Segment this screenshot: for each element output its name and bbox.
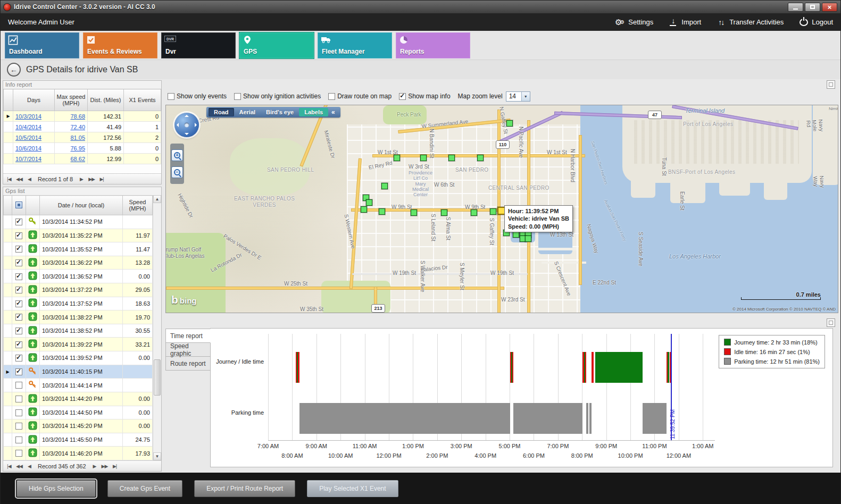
max-speed-link[interactable]: 81.05	[70, 135, 85, 141]
row-checkbox[interactable]	[15, 396, 22, 402]
row-checkbox[interactable]	[15, 219, 22, 225]
day-link[interactable]: 10/6/2014	[15, 145, 41, 152]
pager-next-button[interactable]: ▶	[91, 464, 98, 469]
collapse-chart-panel-button[interactable]	[827, 318, 835, 327]
gps-list-row[interactable]: 10/3/2014 11:37:52 PM18.63	[4, 297, 153, 310]
gps-marker-selected[interactable]	[497, 207, 505, 215]
scroll-down-button[interactable]: ▼	[153, 452, 161, 460]
tab-fleet-manager[interactable]: Fleet Manager	[318, 32, 392, 58]
map-zoom-level-select[interactable]: 14▼	[506, 91, 530, 102]
row-checkbox[interactable]	[15, 327, 22, 334]
gps-marker[interactable]	[448, 155, 455, 161]
report-tab-route-report[interactable]: Route report	[165, 356, 211, 371]
pager-next-button[interactable]: ▶▶	[88, 177, 95, 182]
gps-marker[interactable]	[520, 231, 526, 238]
gps-list-row[interactable]: 10/3/2014 11:39:22 PM33.21	[4, 338, 153, 351]
row-checkbox[interactable]	[15, 341, 22, 348]
day-link[interactable]: 10/4/2014	[15, 124, 41, 130]
max-speed-link[interactable]: 78.68	[70, 113, 85, 120]
navbar-collapse-icon[interactable]: «	[328, 108, 338, 116]
row-checkbox[interactable]	[15, 314, 22, 321]
scroll-up-button[interactable]: ▲	[153, 195, 161, 203]
row-checkbox[interactable]	[15, 450, 22, 457]
max-speed-link[interactable]: 72.40	[70, 124, 85, 130]
select-all-header[interactable]	[12, 196, 26, 215]
gps-marker[interactable]	[503, 230, 510, 236]
gps-marker[interactable]	[506, 120, 513, 127]
row-checkbox[interactable]	[15, 287, 22, 293]
gps-list-row[interactable]: 10/3/2014 11:46:20 PM17.93	[4, 447, 153, 460]
pager-prev-button[interactable]: ◀	[26, 464, 33, 469]
day-link[interactable]: 10/3/2014	[15, 113, 41, 120]
gps-marker[interactable]	[379, 208, 385, 215]
gps-list-row[interactable]: 10/3/2014 11:36:52 PM0.00	[4, 270, 153, 283]
map-view-tab-road[interactable]: Road	[209, 108, 234, 116]
gps-marker[interactable]	[381, 183, 388, 189]
action-import[interactable]: Import	[669, 18, 701, 26]
gps-marker[interactable]	[394, 155, 400, 161]
gps-marker[interactable]	[477, 155, 484, 161]
column-header[interactable]: Speed (MPH)	[123, 196, 153, 215]
pager-next-button[interactable]: ▶|	[98, 177, 105, 182]
scrollbar-thumb[interactable]	[154, 359, 161, 396]
gps-marker[interactable]	[513, 231, 519, 238]
minimize-button[interactable]	[788, 3, 803, 12]
day-link[interactable]: 10/7/2014	[15, 156, 41, 162]
report-tab-time-report[interactable]: Time report	[165, 329, 211, 343]
gps-marker[interactable]	[361, 206, 367, 213]
gps-marker[interactable]	[525, 231, 531, 238]
table-row[interactable]: 10/4/201472.4041.491	[4, 122, 161, 132]
action-settings[interactable]: Settings	[615, 18, 653, 27]
pager-prev-button[interactable]: ◀	[26, 177, 33, 182]
row-checkbox[interactable]	[15, 382, 22, 389]
checkbox-icon[interactable]	[234, 93, 241, 100]
pager-next-button[interactable]: ▶|	[111, 464, 119, 469]
gps-list-row[interactable]: 10/3/2014 11:35:22 PM11.97	[4, 229, 153, 242]
action-transfer-activities[interactable]: Transfer Activities	[717, 18, 784, 27]
row-checkbox[interactable]	[15, 436, 22, 443]
tab-dashboard[interactable]: Dashboard	[5, 32, 79, 58]
tab-dvr[interactable]: DVRDvr	[161, 32, 236, 58]
column-header[interactable]	[4, 89, 13, 111]
gps-marker[interactable]	[420, 155, 427, 161]
map-zoom-out-button[interactable]	[171, 166, 183, 178]
option-draw-route-on-map[interactable]: Draw route on map	[328, 93, 392, 100]
gps-marker[interactable]	[411, 209, 417, 216]
gps-list-row[interactable]: 10/3/2014 11:39:52 PM0.00	[4, 351, 153, 365]
gps-marker[interactable]	[366, 199, 372, 206]
pager-prev-button[interactable]: |◀	[5, 177, 13, 182]
checkbox-icon[interactable]	[168, 93, 174, 100]
row-checkbox[interactable]	[15, 232, 22, 239]
gps-list-row[interactable]: 10/3/2014 11:38:22 PM19.70	[4, 310, 153, 324]
gps-list-row[interactable]: 10/3/2014 11:44:20 PM0.00	[4, 392, 153, 406]
map-view-tab-bird-s-eye[interactable]: Bird's eye	[261, 108, 299, 116]
pager-prev-button[interactable]: ◀◀	[15, 177, 23, 182]
map-compass-control[interactable]	[174, 113, 199, 137]
gps-list-row[interactable]: 10/3/2014 11:44:50 PM0.00	[4, 406, 153, 419]
gps-list-row[interactable]: 10/3/2014 11:38:52 PM30.55	[4, 324, 153, 338]
gps-list-row[interactable]: 10/3/2014 11:36:22 PM13.28	[4, 256, 153, 270]
row-checkbox[interactable]	[15, 368, 22, 375]
gps-marker[interactable]	[525, 236, 531, 242]
table-row[interactable]: 10/6/201476.955.880	[4, 143, 161, 154]
gps-list-row[interactable]: 10/3/2014 11:37:22 PM29.05	[4, 283, 153, 297]
row-checkbox[interactable]	[15, 300, 22, 307]
column-header[interactable]: Date / hour (local)	[40, 196, 123, 215]
gps-list-row[interactable]: 10/3/2014 11:35:52 PM11.47	[4, 242, 153, 256]
gps-marker[interactable]	[363, 195, 369, 201]
max-speed-link[interactable]: 68.62	[70, 156, 85, 162]
close-button[interactable]: ×	[822, 3, 837, 12]
row-checkbox[interactable]	[15, 273, 22, 280]
back-button[interactable]: ←	[7, 63, 21, 77]
option-show-only-events[interactable]: Show only events	[168, 93, 227, 100]
pager-prev-button[interactable]: ◀◀	[15, 464, 23, 469]
option-show-only-ignition-activities[interactable]: Show only ignition activities	[234, 93, 321, 100]
map-zoom-in-button[interactable]	[171, 149, 183, 161]
day-link[interactable]: 10/5/2014	[15, 135, 41, 141]
map-view-tab-aerial[interactable]: Aerial	[234, 108, 261, 116]
gps-list-scrollbar[interactable]: ▲ ▼	[153, 195, 161, 460]
tab-reports[interactable]: Reports	[396, 32, 470, 58]
hide-gps-selection-button[interactable]: Hide Gps Selection	[16, 480, 96, 497]
row-checkbox[interactable]	[15, 259, 22, 266]
table-row[interactable]: 10/7/201468.6212.990	[4, 154, 161, 164]
